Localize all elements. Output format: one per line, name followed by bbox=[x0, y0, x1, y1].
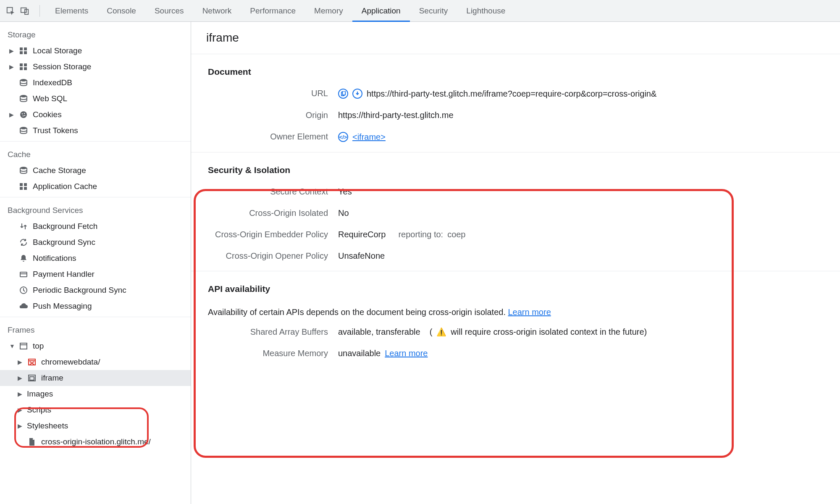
learn-more-link[interactable]: Learn more bbox=[385, 349, 428, 358]
sidebar-section-bg-services: Background Services bbox=[0, 200, 191, 218]
tab-lighthouse[interactable]: Lighthouse bbox=[457, 0, 514, 22]
toggle-device-toolbar-icon[interactable] bbox=[19, 5, 30, 16]
expand-icon[interactable]: ▶ bbox=[9, 63, 16, 70]
sidebar-item-payment-handler[interactable]: Payment Handler bbox=[0, 266, 191, 282]
svg-rect-20 bbox=[20, 183, 23, 186]
storage-icon bbox=[18, 181, 29, 192]
sidebar-item-label: iframe bbox=[41, 373, 63, 383]
database-icon bbox=[18, 126, 29, 136]
learn-more-link[interactable]: Learn more bbox=[508, 307, 551, 317]
url-value: https://third-party-test.glitch.me/ifram… bbox=[367, 89, 656, 99]
frames-chromewebdata[interactable]: ▶ chromewebdata/ bbox=[0, 354, 191, 370]
cookie-icon bbox=[18, 110, 29, 120]
sidebar-item-bg-sync[interactable]: Background Sync bbox=[0, 234, 191, 250]
cross-origin-isolated-value: No bbox=[338, 208, 349, 218]
sidebar-item-label: Notifications bbox=[33, 254, 76, 263]
tab-performance[interactable]: Performance bbox=[241, 0, 305, 22]
svg-rect-21 bbox=[24, 183, 27, 186]
tab-elements[interactable]: Elements bbox=[46, 0, 97, 22]
label-owner-element: Owner Element bbox=[208, 132, 338, 142]
coep-value: RequireCorp bbox=[338, 230, 386, 239]
sidebar-item-session-storage[interactable]: ▶ Session Storage bbox=[0, 59, 191, 75]
copy-icon[interactable] bbox=[338, 89, 348, 99]
sidebar-item-indexeddb[interactable]: IndexedDB bbox=[0, 75, 191, 91]
sidebar-item-cache-storage[interactable]: Cache Storage bbox=[0, 163, 191, 178]
sidebar-item-trust-tokens[interactable]: Trust Tokens bbox=[0, 123, 191, 139]
api-availability-desc: Availability of certain APIs depends on … bbox=[208, 307, 506, 317]
sab-value: available, transferable bbox=[338, 327, 420, 337]
sidebar-item-label: Stylesheets bbox=[27, 421, 68, 430]
svg-point-19 bbox=[20, 167, 27, 169]
expand-icon[interactable]: ▶ bbox=[9, 111, 16, 118]
svg-point-15 bbox=[24, 113, 25, 114]
svg-point-16 bbox=[23, 116, 24, 117]
coep-reporting-value: coep bbox=[447, 230, 465, 239]
frames-top[interactable]: ▼ top bbox=[0, 338, 191, 354]
sidebar-item-label: Periodic Background Sync bbox=[33, 286, 126, 295]
sidebar-item-label: IndexedDB bbox=[33, 78, 72, 87]
tab-network[interactable]: Network bbox=[193, 0, 241, 22]
svg-rect-3 bbox=[20, 47, 23, 50]
sidebar-item-websql[interactable]: Web SQL bbox=[0, 91, 191, 107]
expand-icon[interactable]: ▶ bbox=[18, 375, 24, 381]
divider bbox=[0, 197, 191, 197]
svg-rect-1 bbox=[21, 8, 26, 12]
tab-application[interactable]: Application bbox=[352, 0, 410, 22]
tab-console[interactable]: Console bbox=[97, 0, 145, 22]
database-icon bbox=[18, 78, 29, 88]
window-icon bbox=[18, 341, 29, 351]
svg-rect-8 bbox=[24, 63, 27, 66]
database-icon bbox=[18, 165, 29, 176]
inspect-element-icon[interactable] bbox=[5, 5, 16, 16]
sidebar-item-local-storage[interactable]: ▶ Local Storage bbox=[0, 43, 191, 59]
tab-memory[interactable]: Memory bbox=[305, 0, 352, 22]
svg-point-11 bbox=[20, 79, 27, 81]
coep-reporting-label: reporting to: bbox=[398, 230, 443, 239]
sidebar-item-cookies[interactable]: ▶ Cookies bbox=[0, 107, 191, 123]
frames-images[interactable]: ▶ Images bbox=[0, 386, 191, 402]
frames-file[interactable]: cross-origin-isolation.glitch.me/ bbox=[0, 434, 191, 450]
section-security-isolation: Security & Isolation bbox=[191, 152, 840, 181]
owner-element-link[interactable]: <iframe> bbox=[352, 132, 386, 142]
document-icon bbox=[27, 437, 37, 447]
application-sidebar: Storage ▶ Local Storage ▶ Session Storag… bbox=[0, 22, 191, 504]
svg-point-17 bbox=[24, 115, 26, 116]
storage-icon bbox=[18, 46, 29, 56]
database-icon bbox=[18, 94, 29, 104]
expand-icon[interactable]: ▶ bbox=[18, 407, 24, 413]
svg-rect-22 bbox=[20, 187, 23, 190]
sidebar-item-application-cache[interactable]: Application Cache bbox=[0, 178, 191, 194]
expand-icon[interactable]: ▶ bbox=[18, 391, 24, 397]
sidebar-item-push-messaging[interactable]: Push Messaging bbox=[0, 298, 191, 314]
tab-sources[interactable]: Sources bbox=[145, 0, 193, 22]
sidebar-item-bg-fetch[interactable]: Background Fetch bbox=[0, 218, 191, 234]
frames-iframe[interactable]: ▶ iframe bbox=[0, 370, 191, 386]
expand-icon[interactable]: ▶ bbox=[9, 47, 16, 54]
svg-rect-23 bbox=[24, 187, 27, 190]
expand-icon[interactable]: ▼ bbox=[9, 343, 16, 349]
section-document: Document bbox=[191, 54, 840, 83]
frames-scripts[interactable]: ▶ Scripts bbox=[0, 402, 191, 418]
reveal-icon[interactable] bbox=[352, 89, 362, 99]
frames-stylesheets[interactable]: ▶ Stylesheets bbox=[0, 418, 191, 434]
tab-security[interactable]: Security bbox=[410, 0, 457, 22]
sidebar-item-notifications[interactable]: Notifications bbox=[0, 250, 191, 266]
section-api-availability: API availability bbox=[191, 271, 840, 300]
sync-icon bbox=[18, 237, 29, 247]
svg-rect-24 bbox=[20, 272, 27, 277]
svg-rect-4 bbox=[24, 47, 27, 50]
svg-rect-6 bbox=[24, 51, 27, 54]
sidebar-item-label: Cookies bbox=[33, 110, 62, 119]
expand-icon[interactable]: ▶ bbox=[18, 423, 24, 429]
sidebar-item-label: chromewebdata/ bbox=[41, 357, 100, 367]
label-shared-array-buffers: Shared Array Buffers bbox=[208, 327, 338, 337]
expand-icon[interactable]: ▶ bbox=[18, 359, 24, 365]
sidebar-item-periodic-sync[interactable]: Periodic Background Sync bbox=[0, 282, 191, 298]
element-icon[interactable]: </> bbox=[338, 132, 348, 142]
blocked-frame-icon bbox=[27, 357, 37, 367]
sidebar-item-label: Payment Handler bbox=[33, 270, 94, 279]
frame-detail-panel: iframe Document URL https://third-party-… bbox=[191, 22, 840, 504]
svg-rect-9 bbox=[20, 67, 23, 70]
sidebar-item-label: Session Storage bbox=[33, 62, 91, 71]
sidebar-section-frames: Frames bbox=[0, 320, 191, 338]
